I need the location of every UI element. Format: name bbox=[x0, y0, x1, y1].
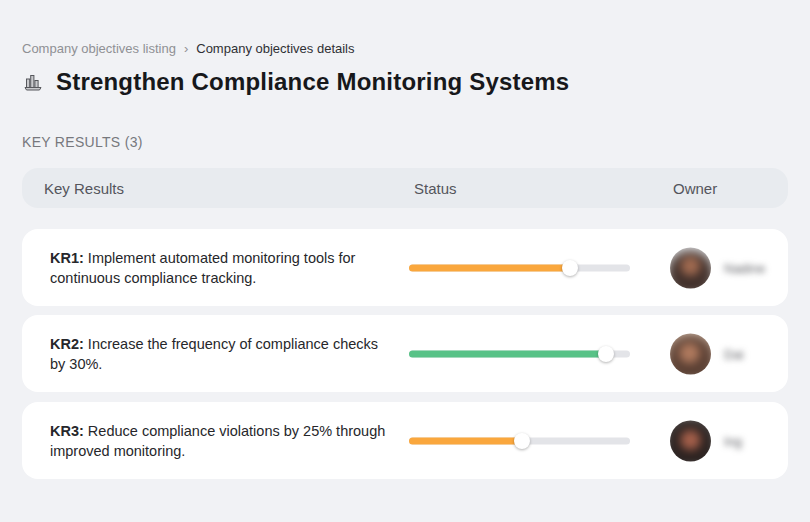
column-header-key-results: Key Results bbox=[44, 180, 124, 197]
key-result-description: Increase the frequency of compliance che… bbox=[50, 336, 378, 372]
table-header-row: Key Results Status Owner bbox=[22, 168, 788, 208]
breadcrumb-item-listing[interactable]: Company objectives listing bbox=[22, 41, 176, 56]
progress-fill bbox=[409, 350, 606, 357]
column-header-owner: Owner bbox=[673, 180, 717, 197]
owner-name: Ing bbox=[724, 433, 742, 448]
avatar bbox=[670, 247, 711, 288]
progress-fill bbox=[409, 264, 570, 271]
key-result-text: KR3: Reduce compliance violations by 25%… bbox=[50, 421, 395, 461]
progress-fill bbox=[409, 437, 522, 444]
key-result-description: Implement automated monitoring tools for… bbox=[50, 250, 355, 286]
progress-slider[interactable] bbox=[409, 260, 630, 276]
page-title-row: Strengthen Compliance Monitoring Systems bbox=[22, 68, 569, 96]
section-label-key-results: KEY RESULTS (3) bbox=[22, 134, 143, 150]
progress-handle[interactable] bbox=[514, 433, 530, 449]
progress-handle[interactable] bbox=[598, 346, 614, 362]
owner-cell: Nadine bbox=[670, 247, 765, 288]
page-title: Strengthen Compliance Monitoring Systems bbox=[56, 68, 569, 96]
owner-name: Nadine bbox=[724, 260, 765, 275]
avatar bbox=[670, 420, 711, 461]
owner-cell: Dai bbox=[670, 333, 744, 374]
breadcrumb-item-details: Company objectives details bbox=[196, 41, 354, 56]
key-result-label: KR1: bbox=[50, 250, 84, 266]
key-result-label: KR2: bbox=[50, 336, 84, 352]
key-result-text: KR2: Increase the frequency of complianc… bbox=[50, 334, 395, 374]
avatar-blurred-photo bbox=[670, 333, 711, 374]
key-result-label: KR3: bbox=[50, 423, 84, 439]
key-result-row[interactable]: KR1: Implement automated monitoring tool… bbox=[22, 229, 788, 306]
avatar-blurred-photo bbox=[670, 420, 711, 461]
key-result-row[interactable]: KR2: Increase the frequency of complianc… bbox=[22, 315, 788, 392]
key-result-row[interactable]: KR3: Reduce compliance violations by 25%… bbox=[22, 402, 788, 479]
column-header-status: Status bbox=[414, 180, 457, 197]
chevron-right-icon: › bbox=[184, 41, 188, 56]
progress-slider[interactable] bbox=[409, 433, 630, 449]
owner-cell: Ing bbox=[670, 420, 742, 461]
breadcrumb: Company objectives listing › Company obj… bbox=[22, 41, 355, 56]
bar-chart-building-icon bbox=[22, 71, 44, 93]
progress-handle[interactable] bbox=[562, 260, 578, 276]
owner-name: Dai bbox=[724, 346, 744, 361]
avatar bbox=[670, 333, 711, 374]
progress-slider[interactable] bbox=[409, 346, 630, 362]
avatar-blurred-photo bbox=[670, 247, 711, 288]
key-result-text: KR1: Implement automated monitoring tool… bbox=[50, 248, 395, 288]
key-result-description: Reduce compliance violations by 25% thro… bbox=[50, 423, 385, 459]
